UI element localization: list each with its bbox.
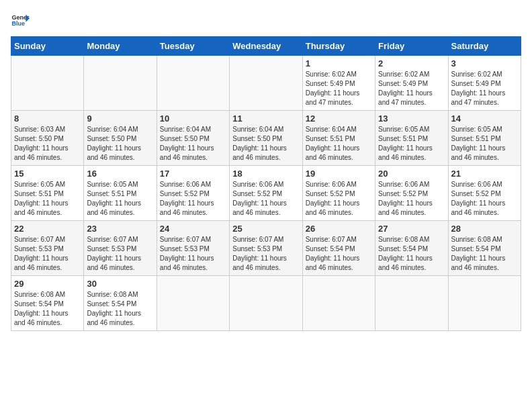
day-info: Sunrise: 6:07 AMSunset: 5:53 PMDaylight:… — [232, 235, 299, 273]
calendar-cell — [84, 56, 157, 111]
calendar-cell — [375, 276, 448, 331]
calendar-cell: 23Sunrise: 6:07 AMSunset: 5:53 PMDayligh… — [84, 221, 157, 276]
calendar-cell: 12Sunrise: 6:04 AMSunset: 5:51 PMDayligh… — [302, 111, 375, 166]
calendar-cell: 22Sunrise: 6:07 AMSunset: 5:53 PMDayligh… — [11, 221, 84, 276]
calendar-cell: 25Sunrise: 6:07 AMSunset: 5:53 PMDayligh… — [230, 221, 302, 276]
header-saturday: Saturday — [448, 37, 521, 56]
day-number: 2 — [378, 58, 445, 68]
calendar-cell: 28Sunrise: 6:08 AMSunset: 5:54 PMDayligh… — [448, 221, 521, 276]
calendar-cell — [157, 276, 229, 331]
day-number: 9 — [87, 113, 153, 124]
header-row: SundayMondayTuesdayWednesdayThursdayFrid… — [11, 37, 521, 56]
day-info: Sunrise: 6:07 AMSunset: 5:53 PMDaylight:… — [160, 235, 226, 273]
calendar-cell: 17Sunrise: 6:06 AMSunset: 5:52 PMDayligh… — [157, 166, 229, 221]
day-info: Sunrise: 6:05 AMSunset: 5:51 PMDaylight:… — [451, 125, 518, 163]
day-number: 15 — [14, 169, 81, 179]
calendar-cell: 27Sunrise: 6:08 AMSunset: 5:54 PMDayligh… — [375, 221, 448, 276]
day-info: Sunrise: 6:05 AMSunset: 5:51 PMDaylight:… — [14, 180, 81, 218]
calendar-cell: 21Sunrise: 6:06 AMSunset: 5:52 PMDayligh… — [448, 166, 521, 221]
day-info: Sunrise: 6:07 AMSunset: 5:54 PMDaylight:… — [306, 235, 372, 273]
day-number: 10 — [160, 113, 226, 124]
day-number: 18 — [232, 169, 299, 179]
calendar-cell: 9Sunrise: 6:04 AMSunset: 5:50 PMDaylight… — [84, 111, 157, 166]
day-info: Sunrise: 6:06 AMSunset: 5:52 PMDaylight:… — [378, 180, 445, 218]
header-wednesday: Wednesday — [230, 37, 302, 56]
calendar-cell: 3Sunrise: 6:02 AMSunset: 5:49 PMDaylight… — [448, 56, 521, 111]
day-number: 23 — [87, 224, 153, 234]
day-info: Sunrise: 6:02 AMSunset: 5:49 PMDaylight:… — [378, 70, 445, 107]
day-number: 26 — [306, 224, 372, 234]
header: General Blue — [11, 11, 521, 30]
calendar-cell — [11, 56, 84, 111]
day-info: Sunrise: 6:08 AMSunset: 5:54 PMDaylight:… — [451, 235, 518, 273]
day-number: 11 — [232, 113, 299, 124]
day-info: Sunrise: 6:08 AMSunset: 5:54 PMDaylight:… — [14, 290, 81, 328]
day-info: Sunrise: 6:04 AMSunset: 5:50 PMDaylight:… — [232, 125, 299, 163]
day-info: Sunrise: 6:05 AMSunset: 5:51 PMDaylight:… — [378, 125, 445, 163]
week-row-3: 22Sunrise: 6:07 AMSunset: 5:53 PMDayligh… — [11, 221, 521, 276]
day-info: Sunrise: 6:04 AMSunset: 5:51 PMDaylight:… — [306, 125, 372, 163]
calendar-cell: 11Sunrise: 6:04 AMSunset: 5:50 PMDayligh… — [230, 111, 302, 166]
week-row-2: 15Sunrise: 6:05 AMSunset: 5:51 PMDayligh… — [11, 166, 521, 221]
header-monday: Monday — [84, 37, 157, 56]
calendar-cell: 15Sunrise: 6:05 AMSunset: 5:51 PMDayligh… — [11, 166, 84, 221]
calendar-cell: 18Sunrise: 6:06 AMSunset: 5:52 PMDayligh… — [230, 166, 302, 221]
calendar-cell: 29Sunrise: 6:08 AMSunset: 5:54 PMDayligh… — [11, 276, 84, 331]
day-number: 27 — [378, 224, 445, 234]
day-info: Sunrise: 6:03 AMSunset: 5:50 PMDaylight:… — [14, 125, 81, 163]
calendar-cell: 1Sunrise: 6:02 AMSunset: 5:49 PMDaylight… — [302, 56, 375, 111]
day-number: 14 — [451, 113, 518, 124]
calendar-cell: 20Sunrise: 6:06 AMSunset: 5:52 PMDayligh… — [375, 166, 448, 221]
calendar-cell: 10Sunrise: 6:04 AMSunset: 5:50 PMDayligh… — [157, 111, 229, 166]
calendar-cell: 19Sunrise: 6:06 AMSunset: 5:52 PMDayligh… — [302, 166, 375, 221]
header-sunday: Sunday — [11, 37, 84, 56]
day-info: Sunrise: 6:06 AMSunset: 5:52 PMDaylight:… — [451, 180, 518, 218]
day-number: 12 — [306, 113, 372, 124]
day-number: 8 — [14, 113, 81, 124]
day-info: Sunrise: 6:06 AMSunset: 5:52 PMDaylight:… — [232, 180, 299, 218]
day-info: Sunrise: 6:08 AMSunset: 5:54 PMDaylight:… — [378, 235, 445, 273]
calendar-cell: 8Sunrise: 6:03 AMSunset: 5:50 PMDaylight… — [11, 111, 84, 166]
header-tuesday: Tuesday — [157, 37, 229, 56]
week-row-0: 1Sunrise: 6:02 AMSunset: 5:49 PMDaylight… — [11, 56, 521, 111]
day-number: 30 — [87, 279, 153, 289]
day-info: Sunrise: 6:04 AMSunset: 5:50 PMDaylight:… — [160, 125, 226, 163]
day-info: Sunrise: 6:07 AMSunset: 5:53 PMDaylight:… — [87, 235, 153, 273]
day-number: 13 — [378, 113, 445, 124]
day-number: 22 — [14, 224, 81, 234]
day-number: 17 — [160, 169, 226, 179]
day-info: Sunrise: 6:08 AMSunset: 5:54 PMDaylight:… — [87, 290, 153, 328]
day-number: 3 — [451, 58, 518, 68]
calendar-cell — [157, 56, 229, 111]
logo-icon: General Blue — [11, 11, 30, 30]
day-number: 1 — [306, 58, 372, 68]
calendar-table: SundayMondayTuesdayWednesdayThursdayFrid… — [11, 36, 521, 331]
day-info: Sunrise: 6:04 AMSunset: 5:50 PMDaylight:… — [87, 125, 153, 163]
svg-text:Blue: Blue — [11, 20, 25, 27]
calendar-cell: 14Sunrise: 6:05 AMSunset: 5:51 PMDayligh… — [448, 111, 521, 166]
calendar-cell — [302, 276, 375, 331]
day-number: 21 — [451, 169, 518, 179]
day-number: 29 — [14, 279, 81, 289]
calendar-cell — [230, 276, 302, 331]
day-number: 25 — [232, 224, 299, 234]
day-info: Sunrise: 6:06 AMSunset: 5:52 PMDaylight:… — [306, 180, 372, 218]
calendar-cell: 13Sunrise: 6:05 AMSunset: 5:51 PMDayligh… — [375, 111, 448, 166]
calendar-cell: 30Sunrise: 6:08 AMSunset: 5:54 PMDayligh… — [84, 276, 157, 331]
header-thursday: Thursday — [302, 37, 375, 56]
calendar-cell: 24Sunrise: 6:07 AMSunset: 5:53 PMDayligh… — [157, 221, 229, 276]
calendar-cell — [230, 56, 302, 111]
day-info: Sunrise: 6:02 AMSunset: 5:49 PMDaylight:… — [306, 70, 372, 107]
logo: General Blue — [11, 11, 30, 30]
day-number: 16 — [87, 169, 153, 179]
day-number: 20 — [378, 169, 445, 179]
day-info: Sunrise: 6:05 AMSunset: 5:51 PMDaylight:… — [87, 180, 153, 218]
day-info: Sunrise: 6:06 AMSunset: 5:52 PMDaylight:… — [160, 180, 226, 218]
day-info: Sunrise: 6:02 AMSunset: 5:49 PMDaylight:… — [451, 70, 518, 107]
week-row-4: 29Sunrise: 6:08 AMSunset: 5:54 PMDayligh… — [11, 276, 521, 331]
calendar-cell: 26Sunrise: 6:07 AMSunset: 5:54 PMDayligh… — [302, 221, 375, 276]
day-number: 24 — [160, 224, 226, 234]
calendar-cell — [448, 276, 521, 331]
calendar-cell: 16Sunrise: 6:05 AMSunset: 5:51 PMDayligh… — [84, 166, 157, 221]
day-number: 28 — [451, 224, 518, 234]
